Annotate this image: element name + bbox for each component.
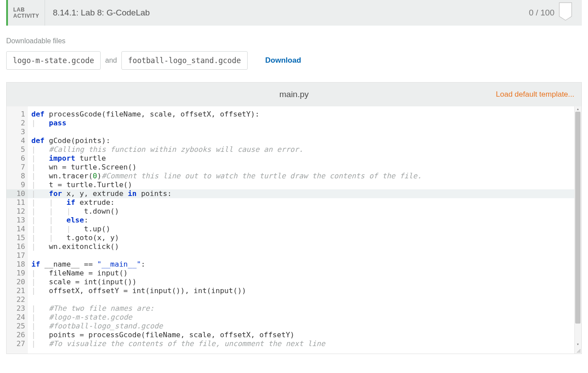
line-number: 10 [7, 189, 28, 198]
line-number: 24 [7, 313, 25, 322]
code-line[interactable]: | #The two file names are: [31, 304, 581, 313]
line-number: 11 [7, 198, 25, 207]
load-default-template-button[interactable]: Load default template... [496, 90, 581, 99]
line-number: 12 [7, 207, 25, 216]
line-number: 6 [7, 154, 25, 163]
code-line[interactable]: | #Calling this function within zybooks … [31, 145, 581, 154]
line-number: 22 [7, 295, 25, 304]
code-line[interactable]: | | if extrude: [31, 198, 581, 207]
activity-header: LAB ACTIVITY 8.14.1: Lab 8: G-CodeLab 0 … [6, 0, 582, 26]
line-number: 9 [7, 181, 25, 189]
scroll-up-icon[interactable]: ▴ [576, 107, 580, 111]
code-line[interactable]: def processGcode(fileName, scale, offset… [31, 110, 581, 119]
code-line[interactable]: | fileName = input() [31, 269, 581, 278]
editor-filename: main.py [279, 90, 309, 99]
editor-header: main.py Load default template... [7, 83, 581, 106]
downloadable-files-row: logo-m-state.gcode and football-logo_sta… [6, 51, 582, 70]
line-number: 23 [7, 304, 25, 313]
activity-tag: LAB ACTIVITY [8, 0, 45, 26]
code-line[interactable]: | offsetX, offsetY = int(input()), int(i… [31, 286, 581, 295]
line-number: 4 [7, 136, 25, 145]
code-line[interactable]: | #logo-m-state.gcode [31, 313, 581, 322]
line-number: 21 [7, 286, 25, 295]
line-number: 1 [7, 110, 25, 119]
line-number: 13 [7, 216, 25, 225]
code-line[interactable]: | import turtle [31, 154, 581, 163]
activity-tag-line2: ACTIVITY [13, 13, 39, 19]
code-line[interactable]: if __name__ == "__main__": [31, 260, 581, 269]
code-line[interactable]: | | t.goto(x, y) [31, 234, 581, 242]
editor-scrollbar[interactable]: ▴ ▾ [574, 106, 581, 354]
line-number: 27 [7, 339, 25, 348]
line-number: 2 [7, 119, 25, 128]
scroll-down-icon[interactable]: ▾ [576, 342, 580, 347]
code-editor[interactable]: 1234567891011121314151617181920212223242… [7, 106, 581, 354]
line-number: 19 [7, 269, 25, 278]
code-line[interactable] [31, 251, 581, 260]
score-text: 0 / 100 [529, 8, 554, 18]
code-line[interactable]: | scale = int(input()) [31, 278, 581, 286]
code-line[interactable]: | | else: [31, 216, 581, 225]
code-line[interactable]: | pass [31, 119, 581, 128]
code-line[interactable]: | for x, y, extrude in points: [28, 189, 581, 198]
line-number: 16 [7, 242, 25, 251]
line-number: 25 [7, 322, 25, 331]
activity-score: 0 / 100 [529, 0, 582, 26]
code-line[interactable] [31, 295, 581, 304]
line-number: 17 [7, 251, 25, 260]
line-number: 7 [7, 163, 25, 172]
file-chip-2: football-logo_stand.gcode [121, 51, 248, 70]
code-line[interactable]: | wn.tracer(0)#Comment this line out to … [31, 172, 581, 181]
file-separator: and [105, 57, 117, 64]
line-number: 3 [7, 128, 25, 136]
code-line[interactable]: | #To visualize the contents of the file… [31, 339, 581, 348]
line-number: 26 [7, 331, 25, 339]
line-number: 18 [7, 260, 25, 269]
code-line[interactable]: | points = processGcode(fileName, scale,… [31, 331, 581, 339]
code-line[interactable]: | | | t.down() [31, 207, 581, 216]
code-line[interactable] [31, 128, 581, 136]
downloadable-files-label: Downloadable files [6, 37, 582, 45]
code-text-area[interactable]: def processGcode(fileName, scale, offset… [28, 106, 581, 354]
code-line[interactable]: | #football-logo_stand.gcode [31, 322, 581, 331]
code-editor-panel: main.py Load default template... 1234567… [6, 82, 582, 354]
code-line[interactable]: | wn = turtle.Screen() [31, 163, 581, 172]
code-line[interactable]: | wn.exitonclick() [31, 242, 581, 251]
code-line[interactable]: | | | t.up() [31, 225, 581, 234]
code-line[interactable]: def gCode(points): [31, 136, 581, 145]
line-number: 14 [7, 225, 25, 234]
code-line[interactable]: | t = turtle.Turtle() [31, 181, 581, 189]
line-number: 15 [7, 234, 25, 242]
line-number: 5 [7, 145, 25, 154]
download-button[interactable]: Download [265, 56, 301, 65]
activity-tag-line1: LAB [13, 7, 39, 13]
resize-grip-icon[interactable] [576, 348, 581, 353]
scroll-thumb[interactable] [575, 112, 580, 324]
activity-title: 8.14.1: Lab 8: G-CodeLab [45, 0, 529, 26]
line-number: 20 [7, 278, 25, 286]
line-number: 8 [7, 172, 25, 181]
line-number-gutter: 1234567891011121314151617181920212223242… [7, 106, 28, 354]
bookmark-icon[interactable] [559, 2, 572, 21]
file-chip-1: logo-m-state.gcode [6, 51, 101, 70]
